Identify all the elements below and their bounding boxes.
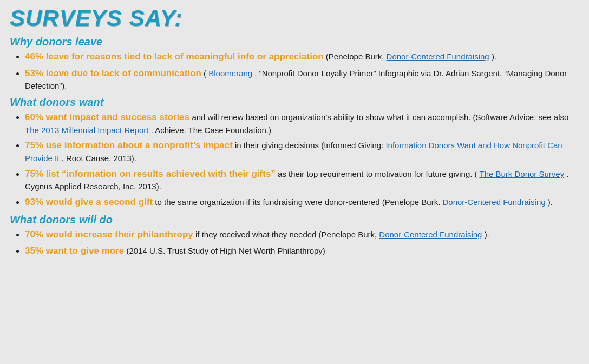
list-item: 75% use information about a nonprofit’s …: [25, 139, 579, 164]
stat-highlight: 53% leave due to lack of communication: [25, 68, 201, 78]
burk-donor-survey-link[interactable]: The Burk Donor Survey: [479, 169, 564, 178]
list-item: 70% would increase their philanthropy if…: [25, 228, 579, 242]
sections-container: Why donors leave 46% leave for reasons t…: [10, 36, 579, 258]
main-title: SURVEYS SAY:: [10, 5, 579, 31]
donor-centered-fundraising-link-1[interactable]: Donor-Centered Fundraising: [387, 52, 489, 61]
section-what-donors-will-do-list: 70% would increase their philanthropy if…: [10, 228, 579, 258]
list-item: 46% leave for reasons tied to lack of me…: [25, 50, 579, 64]
section-why-donors-leave-list: 46% leave for reasons tied to lack of me…: [10, 50, 579, 92]
stat-highlight: 70% would increase their philanthropy: [25, 229, 193, 240]
section-heading-what-donors-will-do: What donors will do: [10, 214, 579, 226]
list-item: 93% would give a second gift to the same…: [25, 196, 579, 209]
text: . Root Cause. 2013).: [62, 154, 136, 163]
donor-centered-fundraising-link-3[interactable]: Donor-Centered Fundraising: [379, 230, 482, 239]
stat-highlight: 60% want impact and success stories: [25, 112, 189, 122]
text: to the same organization if its fundrais…: [155, 197, 442, 207]
stat-highlight: 75% use information about a nonprofit’s …: [25, 140, 233, 150]
list-item: 53% leave due to lack of communication (…: [25, 67, 579, 92]
section-why-donors-leave: Why donors leave 46% leave for reasons t…: [10, 36, 579, 92]
text: if they received what they needed (Penel…: [195, 230, 379, 239]
donor-centered-fundraising-link-2[interactable]: Donor-Centered Fundraising: [442, 197, 545, 207]
list-item: 35% want to give more (2014 U.S. Trust S…: [25, 244, 579, 258]
section-what-donors-want-list: 60% want impact and success stories and …: [10, 111, 579, 209]
stat-highlight: 46% leave for reasons tied to lack of me…: [25, 51, 324, 62]
text: as their top requirement to motivation f…: [278, 169, 477, 178]
text: ).: [485, 230, 489, 239]
section-what-donors-will-do: What donors will do 70% would increase t…: [10, 214, 579, 258]
section-heading-why-donors-leave: Why donors leave: [10, 36, 579, 48]
text: and will renew based on organization’s a…: [192, 112, 568, 122]
text: (Penelope Burk,: [326, 52, 387, 61]
list-item: 75% list “information on results achieve…: [25, 168, 579, 193]
section-heading-what-donors-want: What donors want: [10, 96, 579, 109]
text: ).: [492, 52, 496, 61]
page-container: SURVEYS SAY: Why donors leave 46% leave …: [10, 5, 579, 258]
text: (: [204, 69, 206, 78]
text: . Achieve. The Case Foundation.): [151, 125, 271, 135]
text: in their giving decisions (Informed Givi…: [235, 141, 385, 150]
text: ).: [548, 197, 553, 207]
stat-highlight: 75% list “information on results achieve…: [25, 169, 276, 179]
stat-highlight: 93% would give a second gift: [25, 197, 153, 207]
list-item: 60% want impact and success stories and …: [25, 111, 579, 136]
bloomerang-link[interactable]: Bloomerang: [208, 69, 252, 78]
text: (2014 U.S. Trust Study of High Net Worth…: [126, 246, 325, 255]
millennial-impact-report-link[interactable]: The 2013 Millennial Impact Report: [25, 125, 148, 135]
stat-highlight: 35% want to give more: [25, 246, 124, 256]
section-what-donors-want: What donors want 60% want impact and suc…: [10, 96, 579, 209]
